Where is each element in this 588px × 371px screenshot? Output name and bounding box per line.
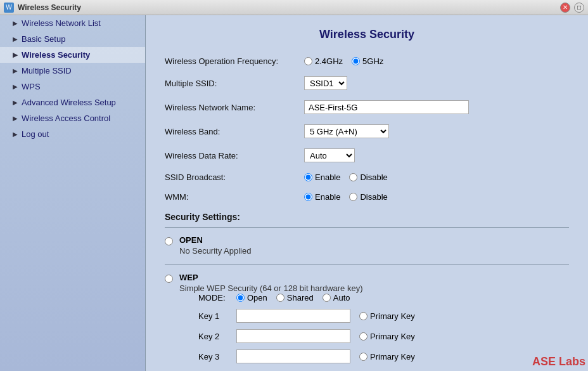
- content-inner: Wireless Security Wireless Operation Fre…: [146, 15, 588, 371]
- sidebar-item-wireless-access-control[interactable]: ▶ Wireless Access Control: [0, 110, 145, 126]
- security-open-radio[interactable]: [165, 237, 173, 245]
- sidebar-label: WPS: [22, 82, 41, 91]
- security-open-content: OPEN No Security Applied: [179, 235, 569, 256]
- data-rate-row: Wireless Data Rate: Auto 54 Mbps 48 Mbps: [165, 148, 569, 162]
- network-name-row: Wireless Network Name:: [165, 100, 569, 114]
- freq-5-radio[interactable]: [352, 57, 360, 65]
- wep-key1-input[interactable]: [236, 309, 350, 323]
- multiple-ssid-select[interactable]: SSID1 SSID2 SSID3 SSID4: [304, 76, 347, 90]
- wep-key2-label: Key 2: [198, 332, 236, 341]
- sidebar-label: Wireless Network List: [22, 18, 101, 28]
- wep-key1-row: Key 1 Primary Key: [198, 309, 569, 323]
- watermark: ASE Labs: [532, 355, 585, 368]
- wep-mode-open-label: Open: [247, 293, 267, 303]
- sidebar-item-basic-setup[interactable]: ▶ Basic Setup: [0, 31, 145, 47]
- wep-key3-label: Key 3: [198, 352, 236, 361]
- multiple-ssid-row: Multiple SSID: SSID1 SSID2 SSID3 SSID4: [165, 76, 569, 90]
- wmm-enable-option[interactable]: Enable: [304, 192, 340, 202]
- sidebar-item-wps[interactable]: ▶ WPS: [0, 79, 145, 94]
- wmm-disable-option[interactable]: Disable: [349, 192, 387, 202]
- security-wep-option: WEP Simple WEP Security (64 or 128 bit h…: [165, 270, 569, 371]
- sidebar-item-wireless-security[interactable]: ▶ Wireless Security: [0, 47, 145, 63]
- wep-mode-auto-option[interactable]: Auto: [323, 293, 350, 303]
- sidebar-item-advanced-wireless-setup[interactable]: ▶ Advanced Wireless Setup: [0, 94, 145, 110]
- security-wep-radio[interactable]: [165, 275, 173, 283]
- freq-24-radio[interactable]: [304, 57, 312, 65]
- sidebar-label: Advanced Wireless Setup: [22, 98, 116, 107]
- sidebar-label: Log out: [22, 129, 49, 139]
- wmm-label: WMM:: [165, 192, 304, 202]
- wep-mode-open-radio[interactable]: [236, 294, 245, 302]
- sidebar-label: Wireless Access Control: [22, 114, 110, 123]
- restore-button[interactable]: □: [574, 3, 584, 13]
- wireless-band-row: Wireless Band: 5 GHz (A+N) 2.4 GHz (B+G+…: [165, 124, 569, 138]
- freq-5-option[interactable]: 5GHz: [352, 56, 383, 66]
- wep-mode-label: MODE:: [198, 293, 236, 303]
- wep-mode-auto-radio[interactable]: [323, 294, 331, 302]
- wep-mode-open-option[interactable]: Open: [236, 293, 267, 303]
- wep-key2-input[interactable]: [236, 329, 350, 343]
- ssid-broadcast-label: SSID Broadcast:: [165, 172, 304, 182]
- wep-key2-primary-radio[interactable]: [359, 332, 368, 341]
- ssid-broadcast-disable-radio[interactable]: [349, 173, 357, 181]
- wep-mode-shared-label: Shared: [287, 293, 314, 303]
- wep-key3-primary-option[interactable]: Primary Key: [359, 352, 415, 361]
- wmm-disable-label: Disable: [360, 192, 387, 202]
- security-open-desc: No Security Applied: [179, 246, 569, 256]
- ssid-broadcast-disable-label: Disable: [360, 172, 387, 182]
- security-divider-top: [165, 227, 569, 228]
- security-open-title: OPEN: [179, 235, 569, 245]
- sidebar-label: Basic Setup: [22, 34, 65, 44]
- data-rate-label: Wireless Data Rate:: [165, 151, 304, 160]
- main-layout: ▶ Wireless Network List ▶ Basic Setup ▶ …: [0, 15, 588, 371]
- network-name-input[interactable]: [304, 100, 469, 114]
- wep-key1-label: Key 1: [198, 311, 236, 321]
- data-rate-controls: Auto 54 Mbps 48 Mbps: [304, 148, 355, 162]
- multiple-ssid-label: Multiple SSID:: [165, 79, 304, 88]
- wireless-band-select[interactable]: 5 GHz (A+N) 2.4 GHz (B+G+N) 5 GHz (A): [304, 124, 389, 138]
- arrow-icon: ▶: [13, 36, 18, 42]
- page-title: Wireless Security: [165, 28, 569, 41]
- sidebar-item-log-out[interactable]: ▶ Log out: [0, 126, 145, 142]
- title-bar-text: Wireless Security: [18, 3, 556, 12]
- data-rate-select[interactable]: Auto 54 Mbps 48 Mbps: [304, 148, 355, 162]
- wireless-band-label: Wireless Band:: [165, 127, 304, 136]
- ssid-broadcast-enable-option[interactable]: Enable: [304, 172, 340, 182]
- operation-frequency-controls: 2.4GHz 5GHz: [304, 56, 383, 66]
- wep-key2-primary-label: Primary Key: [370, 332, 415, 341]
- network-name-label: Wireless Network Name:: [165, 103, 304, 112]
- close-button[interactable]: ✕: [560, 3, 570, 13]
- wmm-disable-radio[interactable]: [349, 193, 357, 201]
- security-divider-mid: [165, 264, 569, 265]
- arrow-icon: ▶: [13, 131, 18, 138]
- freq-24-label: 2.4GHz: [315, 56, 343, 66]
- sidebar: ▶ Wireless Network List ▶ Basic Setup ▶ …: [0, 15, 146, 371]
- wep-key1-primary-option[interactable]: Primary Key: [359, 311, 415, 321]
- wep-mode-row: MODE: Open Shared: [198, 293, 569, 303]
- ssid-broadcast-row: SSID Broadcast: Enable Disable: [165, 172, 569, 182]
- ssid-broadcast-enable-radio[interactable]: [304, 173, 312, 181]
- arrow-icon: ▶: [13, 83, 18, 90]
- wep-mode-auto-label: Auto: [333, 293, 350, 303]
- wep-mode-shared-radio[interactable]: [276, 294, 284, 302]
- wep-key2-primary-option[interactable]: Primary Key: [359, 332, 415, 341]
- wep-key3-primary-label: Primary Key: [370, 352, 415, 361]
- sidebar-item-multiple-ssid[interactable]: ▶ Multiple SSID: [0, 63, 145, 79]
- ssid-broadcast-disable-option[interactable]: Disable: [349, 172, 387, 182]
- freq-5-label: 5GHz: [362, 56, 383, 66]
- security-wep-desc: Simple WEP Security (64 or 128 bit hardw…: [179, 283, 569, 293]
- wep-key3-input[interactable]: [236, 349, 350, 363]
- wmm-enable-radio[interactable]: [304, 193, 312, 201]
- wep-key3-primary-radio[interactable]: [359, 353, 368, 361]
- wmm-row: WMM: Enable Disable: [165, 192, 569, 202]
- ssid-broadcast-enable-label: Enable: [315, 172, 340, 182]
- wep-mode-shared-option[interactable]: Shared: [276, 293, 314, 303]
- security-open-option: OPEN No Security Applied: [165, 233, 569, 258]
- wmm-enable-label: Enable: [315, 192, 340, 202]
- sidebar-item-wireless-network-list[interactable]: ▶ Wireless Network List: [0, 15, 145, 31]
- security-wep-content: WEP Simple WEP Security (64 or 128 bit h…: [179, 273, 569, 370]
- wep-key2-row: Key 2 Primary Key: [198, 329, 569, 343]
- wep-key1-primary-radio[interactable]: [359, 312, 368, 320]
- freq-24-option[interactable]: 2.4GHz: [304, 56, 343, 66]
- wmm-controls: Enable Disable: [304, 192, 388, 202]
